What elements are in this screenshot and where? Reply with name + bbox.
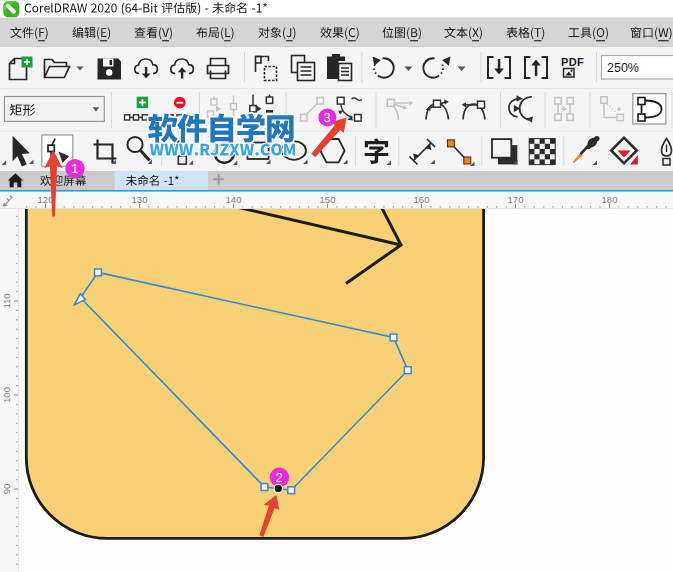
svg-text:120: 120 (38, 194, 54, 205)
svg-text:100: 100 (1, 387, 12, 403)
svg-text:2: 2 (276, 470, 283, 485)
svg-text:PDF: PDF (561, 56, 584, 68)
svg-text:250%: 250% (607, 61, 639, 75)
svg-text:1: 1 (71, 161, 78, 176)
svg-text:160: 160 (414, 194, 430, 205)
svg-text:150: 150 (320, 194, 336, 205)
svg-text:130: 130 (132, 194, 148, 205)
svg-text:140: 140 (226, 194, 242, 205)
svg-text:110: 110 (1, 293, 12, 308)
svg-text:90: 90 (1, 484, 12, 495)
svg-text:170: 170 (508, 194, 524, 205)
svg-text:3: 3 (324, 110, 331, 125)
svg-text:180: 180 (602, 194, 618, 205)
